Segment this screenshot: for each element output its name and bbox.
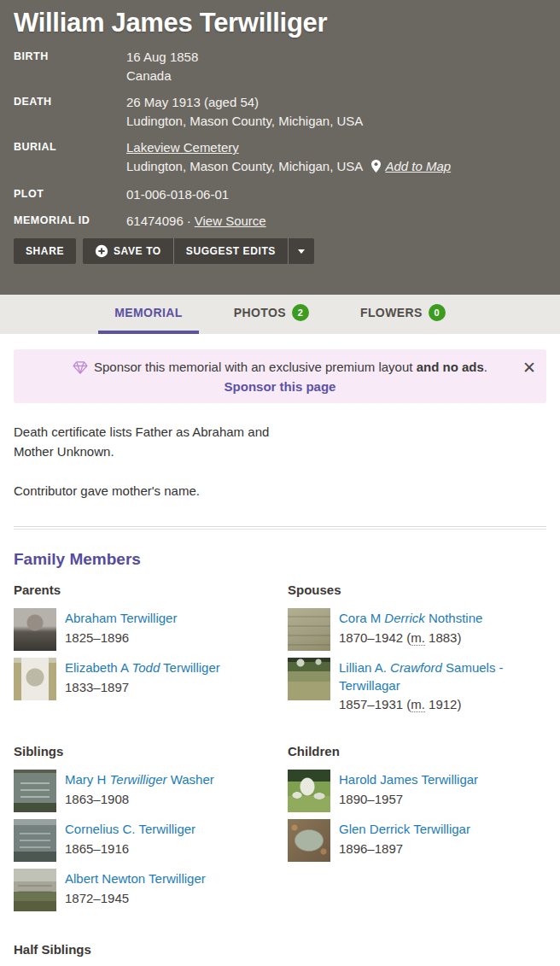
member-dates: 1833–1897: [65, 678, 220, 696]
family-member-row: Mary H Terwilliger Washer 1863–1908: [14, 770, 272, 812]
header-actions: SHARE SAVE TO SUGGEST EDITS: [14, 238, 546, 264]
member-dates: 1865–1916: [65, 840, 195, 858]
children-section: Children Harold James Terwilligar 1890–1…: [288, 744, 546, 869]
bio-line: Death certificate lists Father as Abraha…: [14, 422, 546, 442]
fact-row-burial: BURIAL Lakeview Cemetery Ludington, Maso…: [14, 138, 546, 178]
birth-date: 16 Aug 1858: [126, 48, 198, 67]
member-photo-thumbnail[interactable]: [14, 770, 56, 812]
add-to-map-link[interactable]: Add to Map: [385, 159, 451, 173]
member-name-link[interactable]: Albert Newton Terwilliger: [65, 870, 206, 888]
save-to-button[interactable]: SAVE TO: [83, 238, 173, 264]
close-banner-button[interactable]: ✕: [522, 360, 536, 376]
burial-label: BURIAL: [14, 138, 126, 178]
memorial-id-label: MEMORIAL ID: [14, 212, 126, 231]
member-name-link[interactable]: Glen Derrick Terwilligar: [339, 821, 470, 839]
family-members-title: Family Members: [14, 550, 546, 569]
member-name-link[interactable]: Lillian A. Crawford Samuels - Terwillaga…: [339, 659, 546, 694]
member-dates: 1896–1897: [339, 840, 470, 858]
tab-memorial-label: MEMORIAL: [114, 306, 182, 319]
family-members-grid: Parents Abraham Terwilliger 1825–1896 El…: [14, 583, 546, 966]
tab-memorial[interactable]: MEMORIAL: [98, 295, 198, 334]
birth-label: BIRTH: [14, 48, 126, 85]
family-member-row: Glen Derrick Terwilligar 1896–1897: [288, 819, 546, 862]
flowers-count-badge: 0: [429, 304, 446, 321]
member-name-link[interactable]: Elizabeth A Todd Terwilliger: [65, 659, 220, 677]
spouses-section: Spouses Cora M Derrick Nothstine 1870–19…: [288, 583, 546, 720]
tab-bar: MEMORIAL PHOTOS 2 FLOWERS 0: [0, 295, 560, 334]
parents-heading: Parents: [14, 583, 272, 597]
member-dates: 1890–1957: [339, 790, 478, 808]
family-member-row: Elizabeth A Todd Terwilliger 1833–1897: [14, 658, 272, 700]
siblings-section: Siblings Mary H Terwilliger Washer 1863–…: [14, 744, 272, 918]
member-photo-thumbnail[interactable]: [288, 658, 330, 700]
map-pin-icon: [371, 161, 381, 175]
member-dates: 1863–1908: [65, 790, 214, 808]
plot-value: 01-006-018-06-01: [126, 185, 229, 204]
member-photo-thumbnail[interactable]: [288, 608, 330, 651]
sponsor-message: Sponsor this memorial with an exclusive …: [94, 358, 487, 377]
fact-row-memorial-id: MEMORIAL ID 61474096·View Source: [14, 212, 546, 231]
page-title: William James Terwilliger: [14, 6, 546, 40]
death-date: 26 May 1913 (aged 54): [126, 93, 363, 112]
bio-line: Mother Unknown.: [14, 442, 546, 461]
member-photo-thumbnail[interactable]: [14, 608, 56, 651]
caret-down-icon: [298, 249, 305, 254]
cemetery-link[interactable]: Lakeview Cemetery: [126, 140, 239, 155]
save-to-label: SAVE TO: [114, 245, 161, 257]
tab-flowers[interactable]: FLOWERS 0: [344, 295, 462, 334]
member-photo-thumbnail[interactable]: [14, 658, 56, 700]
family-member-row: Lillian A. Crawford Samuels - Terwillaga…: [288, 658, 546, 713]
spouses-heading: Spouses: [288, 583, 546, 597]
more-actions-dropdown-button[interactable]: [288, 238, 314, 264]
member-photo-thumbnail[interactable]: [14, 869, 56, 911]
photos-count-badge: 2: [292, 304, 309, 321]
section-divider: [14, 526, 546, 530]
fact-row-birth: BIRTH 16 Aug 1858 Canada: [14, 48, 546, 85]
family-member-row: Cornelius C. Terwilliger 1865–1916: [14, 819, 272, 862]
family-member-row: Harold James Terwilligar 1890–1957: [288, 770, 546, 812]
plot-label: PLOT: [14, 185, 126, 204]
sponsor-banner: Sponsor this memorial with an exclusive …: [14, 349, 546, 403]
family-member-row: Abraham Terwilliger 1825–1896: [14, 608, 272, 651]
memorial-content: Sponsor this memorial with an exclusive …: [0, 349, 560, 966]
half-siblings-section: Half Siblings Rev Richard Henry Terwilli…: [14, 942, 272, 966]
memorial-id-value: 61474096: [126, 214, 184, 228]
plus-circle-icon: [95, 244, 108, 258]
member-dates: 1872–1945: [65, 889, 206, 907]
member-name-link[interactable]: Abraham Terwilliger: [65, 610, 177, 628]
burial-place: Ludington, Mason County, Michigan, USA: [126, 159, 363, 173]
member-name-link[interactable]: Cora M Derrick Nothstine: [339, 610, 482, 628]
member-name-link[interactable]: Mary H Terwilliger Washer: [65, 771, 214, 789]
member-dates: 1857–1931 (m. 1912): [339, 695, 546, 713]
bio-line: Contributor gave mother's name.: [14, 481, 546, 501]
half-siblings-heading: Half Siblings: [14, 942, 272, 957]
suggest-edits-button[interactable]: SUGGEST EDITS: [173, 238, 288, 264]
member-photo-thumbnail[interactable]: [14, 819, 56, 862]
parents-section: Parents Abraham Terwilliger 1825–1896 El…: [14, 583, 272, 707]
share-button[interactable]: SHARE: [14, 238, 76, 264]
bio-text: Death certificate lists Father as Abraha…: [14, 422, 546, 501]
member-photo-thumbnail[interactable]: [288, 770, 330, 812]
sponsor-this-page-link[interactable]: Sponsor this page: [51, 379, 509, 394]
tab-photos-label: PHOTOS: [234, 306, 286, 319]
tab-photos[interactable]: PHOTOS 2: [218, 295, 325, 334]
member-name-link[interactable]: Harold James Terwilligar: [339, 771, 478, 789]
family-member-row: Cora M Derrick Nothstine 1870–1942 (m. 1…: [288, 608, 546, 651]
siblings-heading: Siblings: [14, 744, 272, 758]
family-member-row: Albert Newton Terwilliger 1872–1945: [14, 869, 272, 911]
view-source-link[interactable]: View Source: [195, 214, 266, 228]
death-label: DEATH: [14, 93, 126, 131]
member-dates: 1825–1896: [65, 629, 177, 647]
member-dates: 1870–1942 (m. 1883): [339, 629, 482, 647]
member-photo-thumbnail[interactable]: [288, 819, 330, 862]
profile-header: William James Terwilliger BIRTH 16 Aug 1…: [0, 0, 560, 295]
birth-place: Canada: [126, 67, 198, 85]
save-suggest-button-group: SAVE TO SUGGEST EDITS: [83, 238, 314, 264]
children-heading: Children: [288, 744, 546, 758]
tab-flowers-label: FLOWERS: [360, 306, 423, 319]
separator-dot: ·: [184, 214, 195, 228]
fact-row-death: DEATH 26 May 1913 (aged 54) Ludington, M…: [14, 93, 546, 131]
gem-icon: [73, 361, 88, 374]
death-place: Ludington, Mason County, Michigan, USA: [126, 112, 363, 131]
member-name-link[interactable]: Cornelius C. Terwilliger: [65, 821, 195, 839]
